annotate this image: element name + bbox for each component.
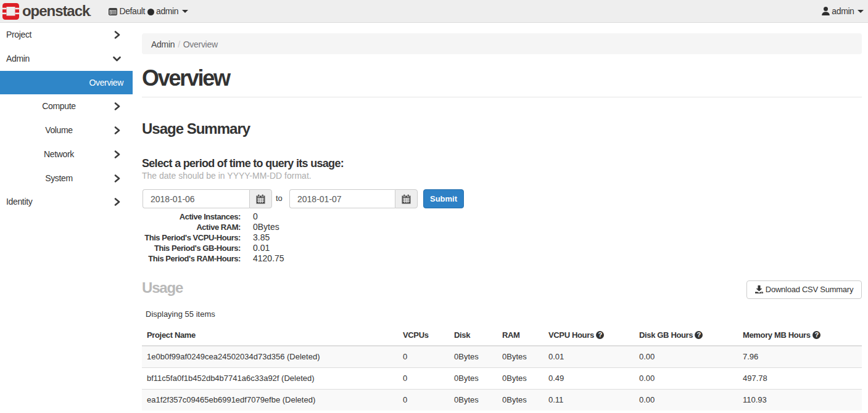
svg-text:?: ? <box>814 331 819 338</box>
svg-text:?: ? <box>598 331 602 338</box>
svg-text:?: ? <box>697 331 701 338</box>
